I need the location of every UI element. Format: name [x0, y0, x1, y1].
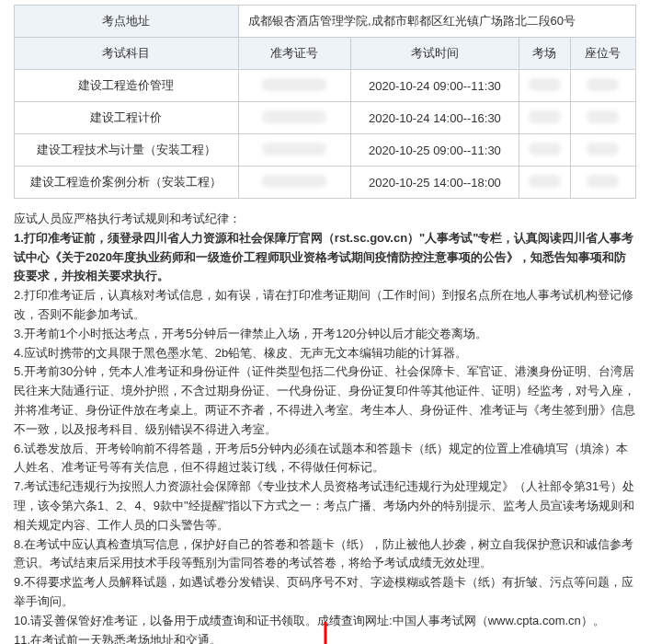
cell-room: [519, 102, 570, 134]
rule-9: 9.不得要求监考人员解释试题，如遇试卷分发错误、页码序号不对、字迹模糊或答题卡（…: [14, 573, 636, 612]
rule-8: 8.在考试中应认真检查填写信息，保护好自己的答卷和答题卡（纸），防止被他人抄袭，…: [14, 535, 636, 574]
cell-subject: 建设工程造价管理: [15, 70, 239, 102]
arrow-down-icon: [312, 620, 339, 644]
cell-room: [519, 167, 570, 199]
rule-6: 6.试卷发放后、开考铃响前不得答题，开考后5分钟内必须在试题本和答题卡（纸）规定…: [14, 440, 636, 478]
header-ticket: 准考证号: [238, 38, 350, 70]
cell-seat: [570, 70, 635, 102]
cell-seat: [570, 134, 635, 167]
cell-ticket: [238, 102, 350, 134]
header-time: 考试时间: [350, 38, 519, 70]
rule-2: 2.打印准考证后，认真核对考试信息，如有误，请在打印准考证期间（工作时间）到报名…: [14, 286, 636, 325]
cell-subject: 建设工程技术与计量（安装工程）: [15, 134, 239, 167]
cell-ticket: [238, 134, 350, 167]
header-room: 考场: [519, 38, 570, 70]
cell-time: 2020-10-25 14:00--18:00: [350, 167, 519, 199]
cell-room: [519, 70, 570, 102]
address-label: 考点地址: [15, 6, 239, 38]
address-value: 成都银杏酒店管理学院,成都市郫都区红光镇广场路北二段60号: [238, 6, 635, 38]
rule-3: 3.开考前1个小时抵达考点，开考5分钟后一律禁止入场，开考120分钟以后才能交卷…: [14, 325, 636, 344]
cell-time: 2020-10-24 14:00--16:30: [350, 102, 519, 134]
cell-subject: 建设工程造价案例分析（安装工程）: [15, 167, 239, 199]
table-row: 建设工程技术与计量（安装工程） 2020-10-25 09:00--11:30: [15, 134, 636, 167]
rule-5: 5.开考前30分钟，凭本人准考证和身份证件（证件类型包括二代身份证、社会保障卡、…: [14, 362, 636, 439]
rule-1: 1.打印准考证前，须登录四川省人力资源和社会保障厅官网（rst.sc.gov.c…: [14, 229, 636, 286]
cell-subject: 建设工程计价: [15, 102, 239, 134]
header-seat: 座位号: [570, 38, 635, 70]
cell-time: 2020-10-24 09:00--11:30: [350, 70, 519, 102]
exam-info-table: 考点地址 成都银杏酒店管理学院,成都市郫都区红光镇广场路北二段60号 考试科目 …: [14, 5, 636, 199]
cell-ticket: [238, 167, 350, 199]
rule-4: 4.应试时携带的文具限于黑色墨水笔、2b铅笔、橡皮、无声无文本编辑功能的计算器。: [14, 344, 636, 363]
cell-seat: [570, 102, 635, 134]
cell-seat: [570, 167, 635, 199]
table-row: 建设工程造价管理 2020-10-24 09:00--11:30: [15, 70, 636, 102]
table-row: 建设工程造价案例分析（安装工程） 2020-10-25 14:00--18:00: [15, 167, 636, 199]
cell-time: 2020-10-25 09:00--11:30: [350, 134, 519, 167]
rule-7: 7.考试违纪违规行为按照人力资源社会保障部《专业技术人员资格考试违纪违规行为处理…: [14, 477, 636, 535]
rules-block: 应试人员应严格执行考试规则和考试纪律： 1.打印准考证前，须登录四川省人力资源和…: [14, 210, 636, 644]
rules-intro: 应试人员应严格执行考试规则和考试纪律：: [14, 210, 636, 229]
cell-ticket: [238, 70, 350, 102]
header-subject: 考试科目: [15, 38, 239, 70]
cell-room: [519, 134, 570, 167]
table-row: 建设工程计价 2020-10-24 14:00--16:30: [15, 102, 636, 134]
